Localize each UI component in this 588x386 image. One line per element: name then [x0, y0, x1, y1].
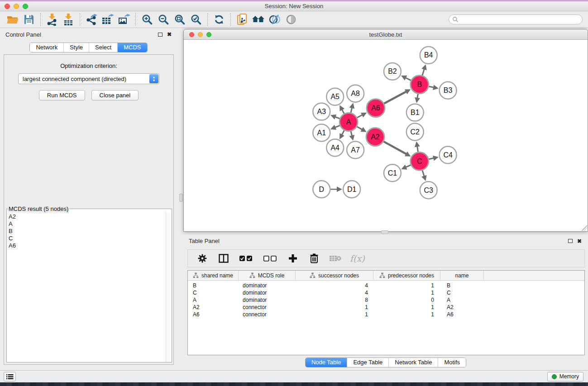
network-graph[interactable]: B4B2BB3A8A5A6B1A3AC2A1A2A4A7C4CC1C3DD1 [184, 40, 588, 231]
memory-button[interactable]: Memory [547, 372, 583, 381]
hide-graphics-details-button[interactable] [267, 12, 283, 27]
network-canvas[interactable]: B4B2BB3A8A5A6B1A3AC2A1A2A4A7C4CC1C3DD1 [184, 40, 588, 231]
table-cell[interactable]: 0 [373, 297, 440, 303]
table-cell[interactable]: dominator [239, 290, 296, 296]
run-mcds-button[interactable]: Run MCDS [39, 90, 85, 100]
criterion-select[interactable]: largest connected component (directed) ▲… [18, 73, 159, 84]
graph-edge[interactable] [429, 158, 434, 159]
import-table-button[interactable] [60, 12, 76, 27]
tab-mcds[interactable]: MCDS [117, 43, 147, 52]
close-panel-icon[interactable]: ✖ [167, 32, 172, 37]
table-cell[interactable]: 8 [296, 297, 373, 303]
column-header-successor-nodes[interactable]: successor nodes [296, 271, 373, 280]
minimize-window-button[interactable] [14, 4, 19, 9]
graph-node-C2[interactable]: C2 [406, 124, 424, 141]
select-all-columns-button[interactable] [238, 252, 254, 265]
add-column-button[interactable] [286, 252, 300, 265]
import-network-button[interactable] [44, 12, 60, 27]
column-header-name[interactable]: name [440, 271, 484, 280]
table-cell[interactable]: 1 [296, 311, 373, 318]
search-box[interactable] [449, 14, 583, 24]
graph-node-A6[interactable]: A6 [367, 99, 385, 117]
graph-node-D1[interactable]: D1 [343, 181, 360, 198]
graph-edge[interactable] [406, 78, 411, 81]
menu-list-button[interactable] [4, 372, 16, 381]
table-cell[interactable]: dominator [239, 297, 296, 303]
graph-node-C3[interactable]: C3 [420, 181, 437, 199]
table-cell[interactable]: A6 [188, 311, 239, 318]
save-session-button[interactable] [21, 12, 37, 27]
tab-style[interactable]: Style [63, 43, 89, 52]
float-panel-icon[interactable] [158, 33, 163, 37]
graph-edge[interactable] [422, 69, 424, 75]
graph-edge[interactable] [383, 142, 406, 154]
search-input[interactable] [461, 16, 574, 23]
tab-network-table[interactable]: Network Table [388, 358, 438, 367]
table-cell[interactable]: A [188, 297, 239, 303]
graph-edge[interactable] [335, 125, 340, 127]
table-cell[interactable]: 1 [373, 282, 440, 289]
graph-node-A[interactable]: A [339, 113, 358, 131]
graph-node-A5[interactable]: A5 [326, 88, 344, 105]
float-table-panel-icon[interactable] [568, 239, 573, 243]
table-cell[interactable]: C [440, 290, 484, 296]
graph-edge[interactable] [406, 165, 411, 167]
close-window-button[interactable] [5, 4, 10, 9]
table-cell[interactable]: A6 [440, 311, 484, 318]
graph-node-A3[interactable]: A3 [313, 103, 330, 120]
delete-column-button[interactable] [307, 252, 321, 265]
graph-node-A8[interactable]: A8 [347, 85, 364, 102]
toggle-visibility-button[interactable] [283, 12, 299, 27]
tab-motifs[interactable]: Motifs [438, 358, 466, 367]
deselect-all-columns-button[interactable] [262, 252, 278, 265]
zoom-fit-button[interactable] [172, 12, 188, 27]
table-cell[interactable]: 1 [373, 304, 440, 310]
graph-edge[interactable] [342, 130, 344, 135]
tab-select[interactable]: Select [89, 43, 117, 52]
list-item[interactable]: C [9, 235, 165, 242]
table-row[interactable]: Bdominator41B [188, 282, 584, 289]
table-row[interactable]: Adominator80A [188, 296, 584, 304]
table-cell[interactable]: 1 [373, 290, 440, 296]
table-row[interactable]: Cdominator41C [188, 289, 584, 296]
table-settings-button[interactable] [196, 252, 209, 265]
maximize-window-button[interactable] [23, 4, 28, 9]
column-header-shared-name[interactable]: shared name [188, 271, 239, 280]
graph-edge[interactable] [351, 131, 352, 136]
result-scrollbar[interactable] [166, 212, 172, 362]
table-cell[interactable]: 1 [373, 311, 440, 318]
graph-node-D[interactable]: D [313, 181, 330, 198]
maximize-network-button[interactable] [206, 32, 211, 37]
list-item[interactable]: A2 [9, 213, 165, 220]
table-cell[interactable]: C [188, 290, 239, 296]
table-cell[interactable]: 1 [296, 304, 373, 310]
graph-node-A4[interactable]: A4 [326, 139, 344, 156]
vertical-splitter-grip[interactable] [179, 194, 183, 202]
tab-network[interactable]: Network [30, 43, 63, 52]
export-network-button[interactable] [83, 12, 100, 27]
tab-edge-table[interactable]: Edge Table [347, 358, 388, 367]
list-item[interactable]: A6 [9, 242, 165, 249]
graph-edge[interactable] [417, 94, 418, 98]
close-panel-button[interactable]: Close panel [91, 90, 139, 100]
graph-edge[interactable] [342, 110, 344, 114]
horizontal-splitter-grip[interactable] [381, 230, 388, 234]
resize-grip-icon[interactable] [582, 225, 587, 231]
graph-node-B4[interactable]: B4 [420, 47, 437, 64]
table-cell[interactable]: 4 [296, 290, 373, 296]
list-item[interactable]: B [9, 228, 165, 235]
graph-edge[interactable] [417, 146, 418, 152]
table-cell[interactable]: connector [239, 304, 296, 310]
table-row[interactable]: A6connector11A6 [188, 311, 584, 318]
table-split-view-button[interactable] [217, 252, 230, 265]
refresh-button[interactable] [211, 12, 227, 27]
graph-node-C4[interactable]: C4 [440, 146, 457, 163]
export-table-button[interactable] [100, 12, 116, 27]
graph-node-C[interactable]: C [411, 152, 429, 170]
zoom-selected-button[interactable] [188, 12, 204, 27]
graph-node-B2[interactable]: B2 [384, 63, 401, 80]
table-cell[interactable]: 4 [296, 282, 373, 289]
table-cell[interactable]: dominator [239, 282, 296, 289]
close-table-panel-icon[interactable]: ✖ [577, 239, 582, 243]
graph-node-A1[interactable]: A1 [313, 124, 330, 142]
